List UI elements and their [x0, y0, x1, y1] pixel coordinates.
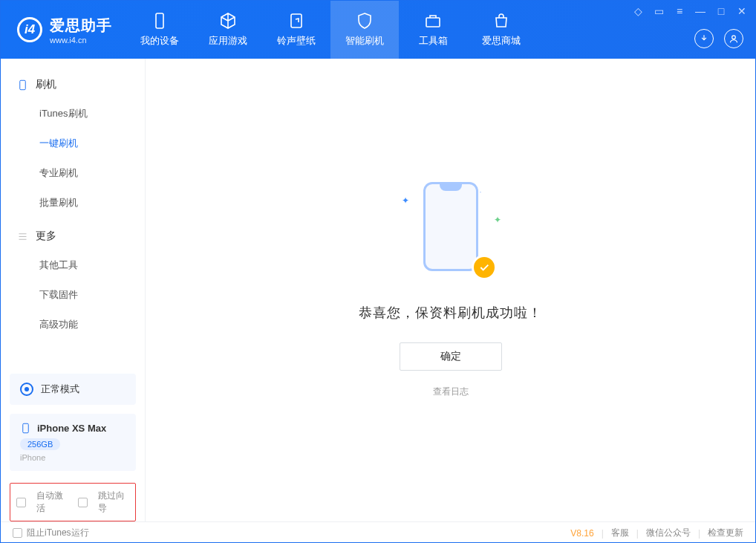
sidebar-item-batch-flash[interactable]: 批量刷机 — [1, 188, 145, 218]
device-name: iPhone XS Max — [37, 423, 106, 434]
bag-icon — [492, 12, 510, 30]
flash-options-row: 自动激活 跳过向导 — [10, 483, 136, 521]
sidebar: 刷机 iTunes刷机 一键刷机 专业刷机 批量刷机 更多 其他工具 下载固件 … — [1, 59, 146, 521]
sparkle-icon: ✦ — [494, 215, 501, 225]
svg-rect-4 — [20, 80, 26, 90]
footer-link-update[interactable]: 检查更新 — [708, 527, 743, 539]
nav-label: 爱思商城 — [482, 34, 521, 48]
version-label: V8.16 — [570, 528, 593, 539]
app-title: 爱思助手 — [50, 16, 112, 36]
auto-activate-label: 自动激活 — [36, 490, 68, 515]
sidebar-section-more: 更多 — [1, 224, 145, 250]
app-subtitle: www.i4.cn — [50, 36, 112, 45]
sidebar-item-itunes-flash[interactable]: iTunes刷机 — [1, 99, 145, 129]
footer: 阻止iTunes运行 V8.16 | 客服 | 微信公众号 | 检查更新 — [1, 521, 755, 543]
footer-link-wechat[interactable]: 微信公众号 — [646, 527, 691, 539]
header-actions — [694, 29, 743, 48]
download-icon[interactable] — [694, 29, 714, 48]
mode-indicator-icon — [20, 383, 33, 396]
svg-rect-1 — [291, 14, 302, 27]
nav-toolbox[interactable]: 工具箱 — [399, 1, 467, 59]
logo: i4 爱思助手 www.i4.cn — [1, 16, 126, 45]
sidebar-item-advanced[interactable]: 高级功能 — [1, 310, 145, 339]
device-storage-badge: 256GB — [20, 438, 60, 450]
nav-label: 智能刷机 — [345, 34, 384, 48]
block-itunes-label: 阻止iTunes运行 — [27, 527, 89, 539]
skip-guide-checkbox[interactable] — [78, 498, 88, 507]
device-icon — [151, 12, 169, 30]
success-graphic: ✦ ✦ · — [399, 182, 503, 286]
device-card[interactable]: iPhone XS Max 256GB iPhone — [10, 414, 136, 471]
skip-guide-label: 跳过向导 — [98, 490, 129, 515]
close-icon[interactable]: ✕ — [736, 5, 748, 17]
svg-point-3 — [732, 36, 736, 39]
phone-icon — [17, 79, 28, 91]
nav-apps-games[interactable]: 应用游戏 — [194, 1, 262, 59]
list-icon — [17, 231, 28, 242]
sparkle-icon: · — [479, 186, 481, 197]
block-itunes-checkbox[interactable] — [13, 528, 22, 538]
menu-icon[interactable]: ≡ — [674, 5, 685, 17]
phone-illustration — [423, 182, 478, 271]
footer-link-service[interactable]: 客服 — [611, 527, 629, 539]
device-type: iPhone — [20, 453, 126, 462]
music-icon — [287, 12, 305, 30]
user-icon[interactable] — [724, 29, 743, 48]
view-log-link[interactable]: 查看日志 — [433, 386, 469, 398]
sidebar-item-oneclick-flash[interactable]: 一键刷机 — [1, 129, 145, 158]
feedback-icon[interactable]: ▭ — [653, 5, 665, 17]
cube-icon — [219, 12, 237, 30]
svg-rect-0 — [156, 13, 163, 28]
nav-label: 我的设备 — [140, 34, 179, 48]
device-small-icon — [20, 423, 31, 434]
sparkle-icon: ✦ — [402, 195, 409, 206]
shield-icon — [356, 12, 374, 30]
toolbox-icon — [424, 12, 442, 30]
mode-label: 正常模式 — [41, 383, 79, 396]
nav-ringtones[interactable]: 铃声壁纸 — [262, 1, 330, 59]
success-message: 恭喜您，保资料刷机成功啦！ — [359, 304, 542, 322]
sidebar-section-flash: 刷机 — [1, 72, 145, 99]
svg-rect-2 — [426, 18, 440, 27]
sidebar-item-download-firmware[interactable]: 下载固件 — [1, 280, 145, 310]
minimize-icon[interactable]: — — [694, 5, 706, 17]
success-check-icon — [472, 255, 497, 280]
maximize-icon[interactable]: □ — [715, 5, 727, 17]
logo-icon: i4 — [17, 17, 42, 42]
nav-label: 应用游戏 — [209, 34, 247, 48]
nav-label: 工具箱 — [419, 34, 448, 48]
mode-card[interactable]: 正常模式 — [10, 374, 136, 405]
sidebar-item-other-tools[interactable]: 其他工具 — [1, 250, 145, 280]
auto-activate-checkbox[interactable] — [16, 498, 26, 507]
nav-store[interactable]: 爱思商城 — [467, 1, 535, 59]
top-nav: 我的设备 应用游戏 铃声壁纸 智能刷机 工具箱 爱思商城 — [126, 1, 535, 59]
nav-label: 铃声壁纸 — [277, 34, 316, 48]
window-controls: ◇ ▭ ≡ — □ ✕ — [632, 5, 748, 17]
header: i4 爱思助手 www.i4.cn 我的设备 应用游戏 铃声壁纸 智能刷机 工具… — [1, 1, 755, 59]
nav-my-device[interactable]: 我的设备 — [126, 1, 194, 59]
skin-icon[interactable]: ◇ — [632, 5, 644, 17]
ok-button[interactable]: 确定 — [400, 342, 502, 371]
sidebar-item-pro-flash[interactable]: 专业刷机 — [1, 158, 145, 188]
nav-smart-flash[interactable]: 智能刷机 — [330, 1, 399, 59]
main-content: ✦ ✦ · 恭喜您，保资料刷机成功啦！ 确定 查看日志 — [146, 59, 755, 521]
svg-rect-5 — [23, 423, 29, 433]
